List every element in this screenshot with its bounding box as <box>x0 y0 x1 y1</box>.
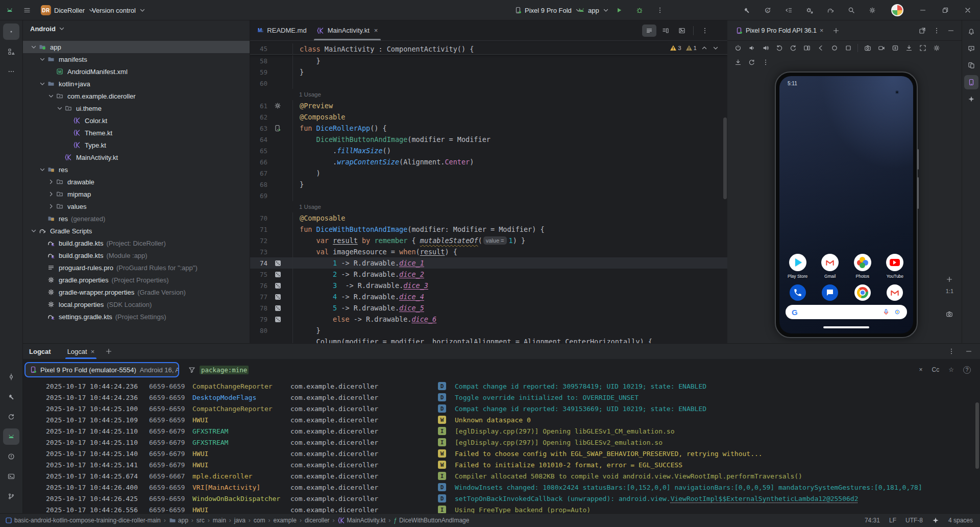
volume-up-button[interactable] <box>759 42 772 54</box>
more-button[interactable] <box>759 56 772 68</box>
window-minimize-button[interactable] <box>912 0 934 20</box>
new-logcat-tab-button[interactable] <box>103 345 115 357</box>
gutter[interactable]: 59 <box>250 66 292 78</box>
log-entry[interactable]: 2025-10-17 10:44:25.1106659-6679GFXSTREA… <box>23 425 980 437</box>
tree-item-com-example-diceroller[interactable]: com.example.diceroller <box>23 90 250 102</box>
zoom-in-button[interactable] <box>946 276 953 283</box>
hide-device-panel-button[interactable] <box>944 24 958 37</box>
dice-preview-icon[interactable] <box>275 283 281 289</box>
play-store-app[interactable]: Play Store <box>783 254 812 279</box>
fullscreen-button[interactable] <box>916 42 929 54</box>
power-button[interactable] <box>731 42 744 54</box>
more-run-options-button[interactable] <box>652 3 668 17</box>
breadcrumb-item[interactable]: basic-android-kotlin-compose-training-di… <box>5 517 161 524</box>
logcat-device-selector[interactable]: Pixel 9 Pro Fold (emulator-5554) Android… <box>24 362 179 377</box>
prev-issue-icon[interactable] <box>701 44 708 52</box>
vcs-widget[interactable]: Version control <box>88 3 150 17</box>
tree-item-res[interactable]: res(generated) <box>23 212 250 225</box>
indent-widget[interactable]: 4 spaces <box>948 517 973 524</box>
breadcrumb-item[interactable]: src <box>197 517 205 524</box>
breadcrumb-item[interactable]: ƒDiceWithButtonAndImage <box>394 517 469 524</box>
tree-item-mainactivity-kt[interactable]: MainActivity.kt <box>23 151 250 163</box>
split-view-toggle[interactable] <box>658 25 673 37</box>
log-entry[interactable]: 2025-10-17 10:44:25.1096659-6659HWUIcom.… <box>23 414 980 425</box>
photos-app[interactable]: Photos <box>848 254 877 279</box>
dice-gutter-icon[interactable] <box>267 283 288 289</box>
snapshot-button[interactable] <box>889 42 901 54</box>
log-entry[interactable]: 2025-10-17 10:44:26.4256659-6659WindowOn… <box>23 493 980 504</box>
project-view-selector[interactable]: Android <box>30 25 56 33</box>
log-entry[interactable]: 2025-10-17 10:44:25.1106659-6679GFXSTREA… <box>23 437 980 448</box>
chevron-down-icon[interactable] <box>29 43 38 51</box>
editor-tab-readme-md[interactable]: M↓README.md <box>253 20 312 40</box>
breadcrumb-item[interactable]: java <box>234 517 246 524</box>
fold-button[interactable] <box>800 42 813 54</box>
caret-position-widget[interactable]: 74:31 <box>865 517 880 524</box>
tree-item-ui-theme[interactable]: ui.theme <box>23 102 250 114</box>
run-gutter-icon[interactable] <box>267 125 288 132</box>
tree-item-drawable[interactable]: drawable <box>23 176 250 188</box>
screenshot-button[interactable] <box>861 42 874 54</box>
zoom-level-label[interactable]: 1:1 <box>946 288 953 294</box>
gutter[interactable]: 73 <box>250 246 292 257</box>
gutter[interactable]: 70 <box>250 212 292 224</box>
install-apk-button[interactable] <box>902 42 915 54</box>
star-icon[interactable] <box>932 517 939 524</box>
gutter[interactable]: 79 <box>250 314 292 325</box>
search-everywhere-button[interactable] <box>844 3 859 17</box>
new-device-tab-button[interactable] <box>829 24 843 37</box>
tree-item-build-gradle-kts[interactable]: Kbuild.gradle.kts(Project: DiceRoller) <box>23 237 250 249</box>
log-entry[interactable]: 2025-10-17 10:44:25.1416659-6679HWUIcom.… <box>23 459 980 470</box>
structure-tool-button[interactable] <box>3 43 19 60</box>
emulator-screen[interactable]: 5:11 Play StoreGmailPhotosYouTube G <box>779 76 913 333</box>
terminal-tool-button[interactable] <box>3 468 19 485</box>
version-control-tool-button[interactable] <box>3 488 19 505</box>
editor-scrollbar[interactable] <box>723 117 727 199</box>
commit-tool-button[interactable] <box>3 369 19 385</box>
nav-back-button[interactable] <box>814 42 827 54</box>
breadcrumb-item[interactable]: com <box>254 517 265 524</box>
hide-logcat-button[interactable] <box>963 345 975 357</box>
close-device-tab-icon[interactable]: × <box>820 27 823 34</box>
build-hammer-button[interactable] <box>739 3 754 17</box>
apply-changes-button[interactable]: A <box>760 3 775 17</box>
dice-gutter-icon[interactable] <box>267 260 288 266</box>
tree-item-build-gradle-kts[interactable]: Kbuild.gradle.kts(Module :app) <box>23 249 250 261</box>
tree-item-res[interactable]: res <box>23 163 250 176</box>
problems-tool-button[interactable] <box>3 448 19 465</box>
home-indicator-bar[interactable] <box>823 326 869 328</box>
gutter[interactable]: 58 <box>250 55 292 66</box>
chevron-right-icon[interactable] <box>46 190 55 198</box>
rotate-left-button[interactable] <box>773 42 786 54</box>
log-entry[interactable]: 2025-10-17 10:44:24.2366659-6659CompatCh… <box>23 380 980 392</box>
gutter[interactable]: 72 <box>250 235 292 246</box>
encoding-widget[interactable]: UTF-8 <box>905 517 923 524</box>
tree-item-gradle-wrapper-properties[interactable]: gradle-wrapper.properties(Gradle Version… <box>23 286 250 298</box>
tree-item-local-properties[interactable]: local.properties(SDK Location) <box>23 298 250 310</box>
gutter[interactable]: 45 <box>250 43 292 55</box>
log-entry[interactable]: 2025-10-17 10:44:25.1406659-6679HWUIcom.… <box>23 448 980 459</box>
main-menu-button[interactable] <box>19 3 35 17</box>
device-screenshot-button[interactable] <box>946 310 953 318</box>
chevron-down-icon[interactable] <box>38 80 46 87</box>
screen-record-button[interactable] <box>875 42 888 54</box>
chevron-down-icon[interactable] <box>38 56 46 63</box>
settings-gear-button[interactable] <box>865 3 880 17</box>
inspections-widget[interactable]: 3 1 <box>668 42 721 54</box>
gutter[interactable]: 65 <box>250 145 292 156</box>
close-tab-icon[interactable]: × <box>374 27 378 34</box>
tree-item-gradle-scripts[interactable]: Gradle Scripts <box>23 225 250 237</box>
gutter[interactable]: 69 <box>250 190 292 201</box>
gutter[interactable]: 68 <box>250 179 292 190</box>
logcat-filter-field[interactable]: package:mine × Cc ☆ ? <box>184 362 975 377</box>
tree-item-color-kt[interactable]: Color.kt <box>23 114 250 127</box>
gradle-sync-button[interactable] <box>823 3 838 17</box>
open-in-window-button[interactable] <box>916 24 929 37</box>
design-view-toggle[interactable] <box>675 25 689 37</box>
chevron-down-icon[interactable] <box>29 227 38 234</box>
tree-item-values[interactable]: values <box>23 200 250 212</box>
gutter[interactable]: 76 <box>250 280 292 291</box>
window-restore-button[interactable] <box>934 0 957 20</box>
breadcrumb-item[interactable]: example <box>274 517 297 524</box>
device-panel-options-button[interactable] <box>930 24 943 37</box>
